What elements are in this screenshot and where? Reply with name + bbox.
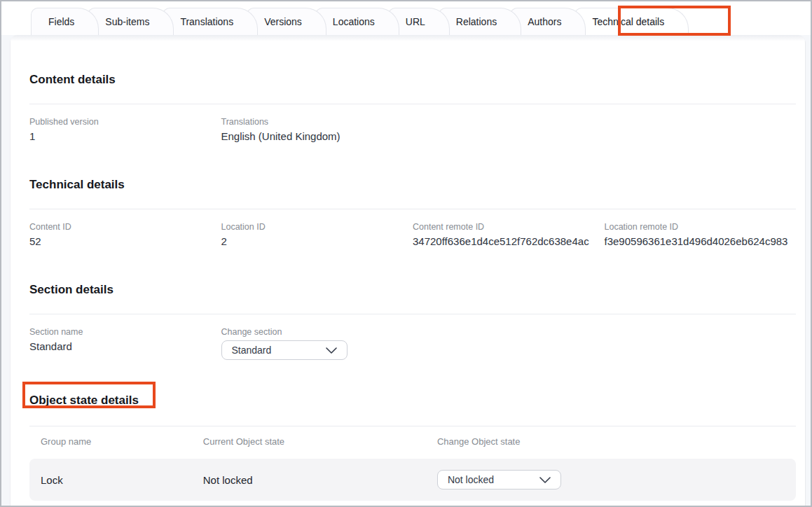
field-label: Published version [29,117,221,127]
technical-details-fields: Content ID 52 Location ID 2 Content remo… [29,209,796,248]
field-label: Section name [29,327,221,338]
field-value: 1 [29,130,221,143]
tab-bar: Fields Sub-items Translations Versions L… [1,1,811,35]
field-value: Standard [29,340,221,353]
chevron-down-icon [539,477,551,483]
technical-details-heading: Technical details [29,178,796,192]
field-published-version: Published version 1 [29,117,221,143]
tab-sub-items[interactable]: Sub-items [88,8,174,35]
column-change-object-state: Change Object state [437,436,796,447]
field-content-id: Content ID 52 [29,222,221,248]
tab-authors[interactable]: Authors [510,8,586,35]
tab-relations[interactable]: Relations [439,8,521,35]
technical-details-page: Fields Sub-items Translations Versions L… [0,0,812,507]
dropdown-value: Not locked [448,474,494,485]
field-label: Location ID [221,222,413,232]
field-value: 52 [29,235,221,248]
field-value: English (United Kingdom) [221,130,413,143]
field-label: Content ID [29,222,221,232]
field-translations: Translations English (United Kingdom) [221,117,413,143]
field-section-name: Section name Standard [29,327,221,360]
tab-versions[interactable]: Versions [247,8,326,35]
field-value: 2 [221,235,413,248]
field-location-id: Location ID 2 [221,222,413,248]
field-value: 34720ff636e1d4ce512f762dc638e4ac [413,235,605,248]
field-label: Change section [221,327,413,338]
field-location-remote-id: Location remote ID f3e90596361e31d496d40… [605,222,797,248]
dropdown-value: Standard [232,345,272,356]
content-details-fields: Published version 1 Translations English… [29,104,796,143]
section-details-fields: Section name Standard Change section Sta… [29,314,796,360]
tab-translations[interactable]: Translations [163,8,258,35]
current-object-state-cell: Not locked [203,474,437,486]
change-object-state-dropdown[interactable]: Not locked [437,470,561,489]
tab-technical-details[interactable]: Technical details [574,8,689,35]
column-current-object-state: Current Object state [203,436,437,447]
content-card: Content details Published version 1 Tran… [10,35,806,506]
chevron-down-icon [326,347,337,354]
field-change-section: Change section Standard [221,327,413,360]
column-group-name: Group name [41,436,203,447]
section-details-heading: Section details [29,283,796,297]
field-label: Translations [221,117,413,127]
object-state-details-heading: Object state details [29,394,796,408]
tabbar-shadow [11,35,805,41]
field-label: Content remote ID [413,222,605,232]
field-content-remote-id: Content remote ID 34720ff636e1d4ce512f76… [413,222,605,248]
field-label: Location remote ID [605,222,797,232]
object-state-table-header: Group name Current Object state Change O… [29,426,796,447]
tab-locations[interactable]: Locations [315,8,399,35]
group-name-cell: Lock [41,474,203,486]
table-row: Lock Not locked Not locked [29,459,796,501]
tab-fields[interactable]: Fields [31,8,99,35]
field-value: f3e90596361e31d496d4026eb624c983 [605,235,797,248]
change-section-dropdown[interactable]: Standard [221,340,347,360]
content-details-heading: Content details [29,73,796,87]
